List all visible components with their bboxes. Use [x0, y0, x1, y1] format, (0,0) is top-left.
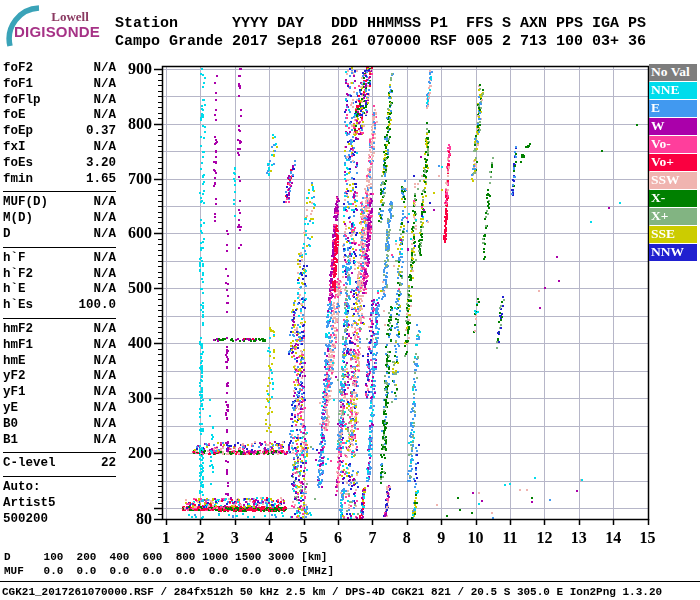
param-value: N/A	[93, 322, 116, 338]
legend-item-vo+: Vo+	[649, 154, 697, 171]
header-values-line: Campo Grande 2017 Sep18 261 070000 RSF 0…	[115, 33, 646, 50]
param-label: foF2	[3, 61, 33, 77]
legend-item-sse: SSE	[649, 226, 697, 243]
param-label: B0	[3, 417, 18, 433]
legend-item-vo-: Vo-	[649, 136, 697, 153]
param-row-fmin: fmin1.65	[3, 172, 116, 188]
digisonde-logo: Lowell DIGISONDE	[4, 4, 116, 50]
param-value: 3.20	[86, 156, 116, 172]
param-row-mufd: MUF(D)N/A	[3, 195, 116, 211]
param-value: N/A	[93, 282, 116, 298]
param-value: 0.37	[86, 124, 116, 140]
param-row-foflp: foFlpN/A	[3, 93, 116, 109]
param-value: N/A	[93, 211, 116, 227]
param-row-hme: hmEN/A	[3, 354, 116, 370]
param-label: D	[3, 227, 11, 243]
param-row-hf: h`FN/A	[3, 251, 116, 267]
param-row-b0: B0N/A	[3, 417, 116, 433]
param-row-foep: foEp0.37	[3, 124, 116, 140]
param-value: 22	[101, 456, 116, 472]
legend-item-nnw: NNW	[649, 244, 697, 261]
panel-divider	[3, 247, 116, 248]
legend-item-noval: No Val	[649, 64, 697, 81]
param-label: h`Es	[3, 298, 33, 314]
param-row-clevel: C-level22	[3, 456, 116, 472]
d-distance-row: D 100 200 400 600 800 1000 1500 3000 [km…	[4, 551, 327, 563]
param-row-md: M(D)N/A	[3, 211, 116, 227]
panel-divider	[3, 476, 116, 477]
param-label: C-level	[3, 456, 56, 472]
param-row-yf2: yF2N/A	[3, 369, 116, 385]
param-label: foFlp	[3, 93, 41, 109]
param-label: hmF2	[3, 322, 33, 338]
muf-row: MUF 0.0 0.0 0.0 0.0 0.0 0.0 0.0 0.0 [MHz…	[4, 565, 334, 577]
param-row-fxi: fxIN/A	[3, 140, 116, 156]
param-label: MUF(D)	[3, 195, 48, 211]
logo-digisonde-text: DIGISONDE	[14, 23, 100, 40]
panel-divider	[3, 452, 116, 453]
param-label: yE	[3, 401, 18, 417]
legend-item-w: W	[649, 118, 697, 135]
param-value: N/A	[93, 338, 116, 354]
param-value: N/A	[93, 369, 116, 385]
param-label: foEp	[3, 124, 33, 140]
param-label: h`E	[3, 282, 26, 298]
param-row-b1: B1N/A	[3, 433, 116, 449]
param-row-fof2: foF2N/A	[3, 61, 116, 77]
param-value: N/A	[93, 77, 116, 93]
panel-divider	[3, 191, 116, 192]
param-label: hmE	[3, 354, 26, 370]
param-label: foF1	[3, 77, 33, 93]
param-row-foe: foEN/A	[3, 108, 116, 124]
param-value: N/A	[93, 433, 116, 449]
param-row-hes: h`Es100.0	[3, 298, 116, 314]
param-value: N/A	[93, 195, 116, 211]
param-value: N/A	[93, 417, 116, 433]
param-row-d: DN/A	[3, 227, 116, 243]
param-row-yf1: yF1N/A	[3, 385, 116, 401]
param-label: B1	[3, 433, 18, 449]
param-label: hmF1	[3, 338, 33, 354]
status-separator	[0, 581, 700, 582]
param-label: fxI	[3, 140, 26, 156]
param-value: 1.65	[86, 172, 116, 188]
param-label: h`F2	[3, 267, 33, 283]
param-value: N/A	[93, 354, 116, 370]
station-header: Station YYYY DAY DDD HHMMSS P1 FFS S AXN…	[115, 15, 646, 51]
echo-direction-legend: No ValNNEEWVo-Vo+SSWX-X+SSENNW	[649, 64, 697, 262]
legend-item-x-: X-	[649, 190, 697, 207]
param-label: fmin	[3, 172, 33, 188]
legend-item-x+: X+	[649, 208, 697, 225]
header-columns-line: Station YYYY DAY DDD HHMMSS P1 FFS S AXN…	[115, 15, 646, 32]
auto-line-1: Artist5	[3, 496, 116, 512]
d-muf-table: D 100 200 400 600 800 1000 1500 3000 [km…	[4, 550, 334, 578]
auto-line-2: 500200	[3, 512, 116, 528]
param-value: N/A	[93, 251, 116, 267]
legend-item-e: E	[649, 100, 697, 117]
param-row-hmf1: hmF1N/A	[3, 338, 116, 354]
param-row-hmf2: hmF2N/A	[3, 322, 116, 338]
param-row-hf2: h`F2N/A	[3, 267, 116, 283]
param-label: M(D)	[3, 211, 33, 227]
param-value: N/A	[93, 401, 116, 417]
param-value: N/A	[93, 93, 116, 109]
param-value: N/A	[93, 385, 116, 401]
param-row-he: h`EN/A	[3, 282, 116, 298]
legend-item-nne: NNE	[649, 82, 697, 99]
param-label: h`F	[3, 251, 26, 267]
param-row-fof1: foF1N/A	[3, 77, 116, 93]
legend-item-ssw: SSW	[649, 172, 697, 189]
auto-line-0: Auto:	[3, 480, 116, 496]
param-row-ye: yEN/A	[3, 401, 116, 417]
param-label: foE	[3, 108, 26, 124]
status-bar: CGK21_2017261070000.RSF / 284fx512h 50 k…	[2, 586, 662, 598]
param-value: N/A	[93, 267, 116, 283]
param-row-foes: foEs3.20	[3, 156, 116, 172]
param-label: yF2	[3, 369, 26, 385]
param-label: foEs	[3, 156, 33, 172]
param-value: 100.0	[78, 298, 116, 314]
panel-divider	[3, 318, 116, 319]
param-label: yF1	[3, 385, 26, 401]
param-value: N/A	[93, 108, 116, 124]
param-value: N/A	[93, 140, 116, 156]
